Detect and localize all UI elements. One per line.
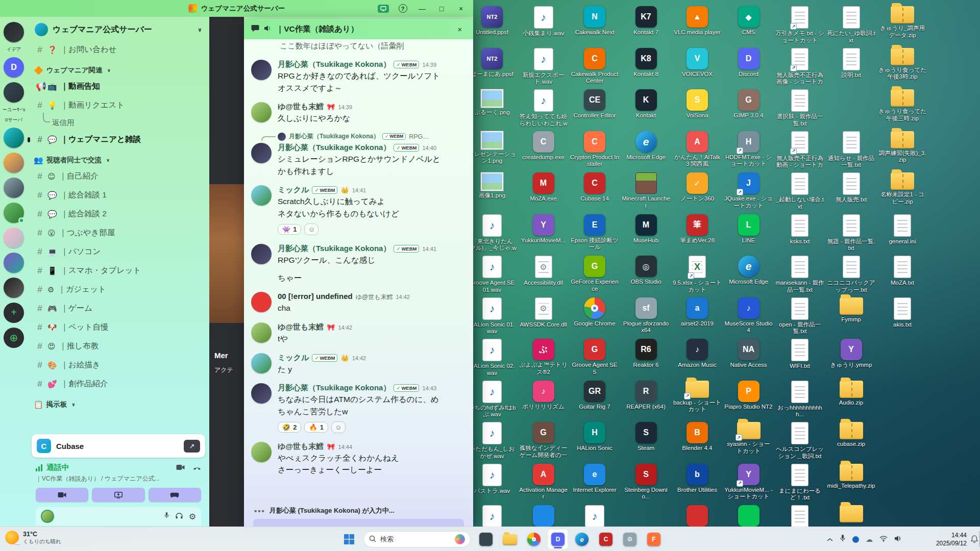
- desktop-icon[interactable]: ヘルスコンプレッション＿歌詞.txt: [775, 422, 824, 460]
- desktop-icon[interactable]: MMuseHub: [622, 214, 671, 244]
- channel-item[interactable]: #❓｜お問い合わせ: [32, 40, 205, 59]
- screen-share-button[interactable]: [374, 2, 393, 15]
- chat-message[interactable]: 月影心菜（Tsukikage Kokona）✓WEBM14:41RPGツクール、…: [251, 244, 466, 283]
- message-author[interactable]: ゆ@世も末鱈: [278, 322, 324, 332]
- channel-item[interactable]: #💕｜創作品紹介: [32, 374, 205, 393]
- activity-card[interactable]: C Cubase ↗: [32, 434, 205, 458]
- server-avatar[interactable]: [4, 128, 24, 148]
- desktop-icon[interactable]: Audio.zip: [827, 381, 876, 407]
- desktop-icon[interactable]: Fymmp: [827, 297, 876, 323]
- channel-item[interactable]: #🎨｜お絵描き: [32, 356, 205, 374]
- desktop-icon[interactable]: AActivation Manager: [519, 464, 568, 500]
- desktop-icon[interactable]: Google Chrome: [570, 297, 619, 328]
- desktop-icon[interactable]: NT2ぱーまにあ.ppsf: [468, 48, 517, 78]
- desktop-icon[interactable]: CCubase 14: [570, 172, 619, 203]
- desktop-icon[interactable]: Minecraft Launcher: [622, 172, 671, 209]
- desktop-icon[interactable]: G孤独なインディーゲーム開発者の一生: [519, 422, 568, 459]
- desktop-icon[interactable]: GRGuitar Rig 7: [570, 381, 619, 411]
- server-name-text[interactable]: ーユーｻｰ's: [1, 107, 27, 113]
- desktop-icon[interactable]: NANative Access: [724, 339, 773, 369]
- desktop-icon[interactable]: sfPlogue sforzando x64: [622, 297, 671, 334]
- desktop-icon[interactable]: ぷぷよぷよ™テトリス®2: [519, 339, 568, 375]
- desktop-icon[interactable]: ♪HALion Sonic 02.wav: [468, 339, 517, 377]
- cloud-icon[interactable]: ☁: [866, 535, 873, 543]
- desktop-icon[interactable]: ♪答え知ってても紛らわしいわこれ.wav: [519, 89, 568, 128]
- desktop-icon[interactable]: まにまにわーるど！.txt: [775, 464, 824, 502]
- desktop-icon[interactable]: ↗無人販売不正行為動画 - ショートカット: [775, 131, 824, 169]
- desktop-icon[interactable]: ↗無人販売不正行為画像 - ショートカッ...: [775, 48, 824, 86]
- channel-category[interactable]: 📋掲示板∨: [32, 393, 205, 411]
- desktop-icon[interactable]: 画像1.png: [468, 172, 517, 199]
- volume-icon[interactable]: [894, 535, 902, 544]
- desktop-icon[interactable]: 調声練習(失敗)_3.zip: [878, 131, 927, 164]
- server-name-text[interactable]: イデア: [1, 47, 27, 53]
- message-input[interactable]: [253, 519, 464, 527]
- desktop-icon[interactable]: ♪「東北きりたん(マル)」_今じゃ.wav: [468, 214, 517, 253]
- add-reaction-button[interactable]: ☺: [331, 421, 346, 433]
- chat-message[interactable]: ミックル✓WEBM👑14:42た y: [251, 353, 466, 375]
- camera-icon[interactable]: [176, 463, 185, 472]
- desktop-icon[interactable]: 無題 - 親作品一覧.txt: [827, 214, 876, 252]
- server-avatar[interactable]: [4, 278, 24, 298]
- chat-message[interactable]: 月影心菜（Tsukikage Kokona）✓WEBM14:40シミュレーション…: [251, 143, 466, 177]
- desktop-icon[interactable]: H↗HDDFMT.exe - ショートカット: [724, 131, 773, 168]
- taskbar-app-chrome[interactable]: [524, 529, 544, 549]
- channel-item[interactable]: #🐶｜ペット自慢: [32, 318, 205, 337]
- desktop-icon[interactable]: ▲VLC media player: [673, 6, 722, 36]
- server-avatar[interactable]: D: [4, 57, 24, 78]
- desktop-icon[interactable]: Y↗YukkuriMovieM... - ショートカット: [724, 464, 773, 500]
- screen-share-button-2[interactable]: [92, 488, 144, 502]
- message-author[interactable]: 月影心菜（Tsukikage Kokona）: [278, 60, 390, 69]
- desktop-icon[interactable]: GGeForce Experience: [570, 256, 619, 292]
- mic-icon[interactable]: [164, 512, 169, 521]
- channel-thread[interactable]: 返信用: [32, 115, 205, 130]
- start-button[interactable]: [339, 529, 359, 549]
- message-author[interactable]: ミックル: [278, 353, 309, 363]
- server-avatar[interactable]: [4, 22, 24, 42]
- taskbar-app-discord[interactable]: D: [548, 529, 568, 549]
- desktop-icon[interactable]: 選択肢 - 親作品一覧.txt: [775, 89, 824, 127]
- desktop-icon[interactable]: open - 親作品一覧.txt: [775, 297, 824, 335]
- desktop-icon[interactable]: ♪小銭集まり.wav: [519, 6, 568, 37]
- add-server-button[interactable]: +: [4, 303, 24, 323]
- desktop-icon[interactable]: CCakewalk Product Center: [570, 48, 619, 85]
- desktop-icon[interactable]: R6Reaktor 6: [622, 339, 671, 369]
- desktop-icon[interactable]: ♪Amazon Music: [673, 339, 722, 369]
- chat-message[interactable]: 00 [!error] undefinedゆ@世も末鱈14:42cha: [251, 292, 466, 314]
- channel-item[interactable]: #📱｜スマホ・タブレット: [32, 261, 205, 280]
- desktop-icon[interactable]: GGIMP 3.0.4: [724, 89, 773, 119]
- help-button[interactable]: ?: [394, 2, 412, 15]
- desktop-icon[interactable]: J↗JQuake.exe - ショートカット: [724, 172, 773, 209]
- desktop-icon[interactable]: K8Kontakt 8: [622, 48, 671, 78]
- desktop-icon[interactable]: WIFI.txt: [775, 339, 824, 370]
- search-input[interactable]: 検索: [363, 531, 471, 547]
- desktop-icon[interactable]: ♪HALion Sonic 01.wav: [468, 297, 517, 335]
- desktop-icon[interactable]: LLINE: [724, 214, 773, 244]
- desktop-icon[interactable]: general.ini: [878, 214, 927, 245]
- disconnect-icon[interactable]: [193, 463, 201, 472]
- chat-message[interactable]: ミックル✓WEBM👑14:41Scratch久しぶりに触ってみよネタないから作る…: [251, 185, 466, 235]
- desktop-icon[interactable]: 通知らせ - 親作品一覧.txt: [827, 131, 876, 169]
- taskbar-app-edge[interactable]: e: [572, 529, 592, 549]
- desktop-icon[interactable]: [827, 505, 876, 524]
- desktop-icon[interactable]: KKontakt: [622, 89, 671, 119]
- desktop-icon[interactable]: Yきゅうり.ymmp: [827, 339, 876, 369]
- desktop-icon[interactable]: ⚙Accessibility.dll: [519, 256, 568, 287]
- desktop-icon[interactable]: ♪ポリリリリズム: [519, 381, 568, 411]
- weather-widget[interactable]: ☁ 31°C くもりのち晴れ: [5, 531, 61, 545]
- desktop-icon[interactable]: DDiscord: [724, 48, 773, 78]
- desktop-icon[interactable]: ⚙AWSSDK.Core.dll: [519, 297, 568, 329]
- desktop-icon[interactable]: ♪いただもん_しおかぜ.wav: [468, 422, 517, 460]
- taskbar-app-task-view[interactable]: [476, 529, 496, 549]
- server-avatar[interactable]: [4, 153, 24, 173]
- open-activity-button[interactable]: ↗: [184, 440, 200, 453]
- notification-bell-icon[interactable]: [971, 535, 978, 545]
- video-button[interactable]: [36, 488, 88, 502]
- channel-item[interactable]: #💬｜総合雑談 2: [32, 205, 205, 223]
- message-author[interactable]: 月影心菜（Tsukikage Kokona）: [278, 143, 390, 153]
- reaction-pill[interactable]: 🤣2: [278, 422, 301, 433]
- server-header[interactable]: ウェブマニア公式サーバー ∨: [28, 17, 209, 40]
- desktop-icon[interactable]: 無人販売.txt: [827, 172, 876, 204]
- desktop-icon[interactable]: aairset2-2019: [673, 297, 722, 328]
- desktop-icon[interactable]: プレゼンテーション1.png: [468, 131, 517, 165]
